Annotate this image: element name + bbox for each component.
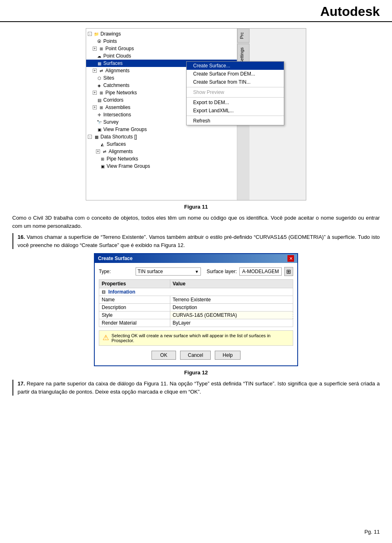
tree-label-points: Points <box>103 38 117 44</box>
surface-layer-section: Surface layer: A-MODELAGEM ⊞ <box>207 267 293 276</box>
dialog-titlebar: Create Surface ✕ <box>95 254 297 263</box>
body-text-1: Como o Civil 3D trabalha com o conceito … <box>12 214 380 230</box>
figure12-caption: Figura 12 <box>12 369 380 376</box>
ok-button[interactable]: OK <box>151 351 176 360</box>
section-minus-icon: ⊟ <box>102 289 105 294</box>
item17-text: 17. Repare na parte superior da caixa de… <box>18 380 380 396</box>
item16-content: Vamos chamar a superfície de “Terreno Ex… <box>18 234 380 248</box>
section-information-label: ⊟ Information <box>99 288 293 296</box>
tree-item-point-groups[interactable]: + ⊞ Point Groups <box>86 45 237 52</box>
tree-label-view-frame-groups: View Frame Groups <box>103 127 147 132</box>
alignments-icon: ⇌ <box>98 67 105 74</box>
expand-assemblies[interactable]: + <box>93 105 97 109</box>
prop-name-label: Name <box>99 296 170 304</box>
item17-container: 17. Repare na parte superior da caixa de… <box>12 380 380 396</box>
expand-ds-alignments[interactable]: + <box>96 149 100 154</box>
intersections-icon: ✛ <box>96 111 102 118</box>
item16-container: 16. Vamos chamar a superfície de “Terren… <box>12 233 380 249</box>
prop-render-label: Render Material <box>99 319 170 327</box>
layer-button[interactable]: ⊞ <box>284 267 293 276</box>
menu-export-dem[interactable]: Export to DEM... <box>187 98 284 107</box>
sites-icon: ⬡ <box>96 75 102 81</box>
page-header: Autodesk <box>0 0 392 22</box>
expand-data-shortcuts[interactable]: - <box>88 135 92 139</box>
figure12-container: Create Surface ✕ Type: TIN surface ▼ Sur… <box>12 253 380 366</box>
prop-render-value[interactable]: ByLayer <box>170 319 293 327</box>
tree-label-assemblies: Assemblies <box>105 105 130 110</box>
dialog-title: Create Surface <box>98 256 133 261</box>
menu-create-surface-tin[interactable]: Create Surface from TIN... <box>187 78 284 86</box>
row-description: Description Description <box>99 304 293 312</box>
tree-item-ds-alignments[interactable]: + ⇌ Alignments <box>86 148 237 155</box>
tree-item-view-frame-groups[interactable]: ▣ View Frame Groups <box>86 126 237 133</box>
catchments-icon: ◈ <box>96 82 102 89</box>
tree-label-ds-view-frame-groups: View Frame Groups <box>107 163 150 169</box>
tree-label-intersections: Intersections <box>103 112 131 118</box>
dialog-body: Type: TIN surface ▼ Surface layer: A-MOD… <box>95 263 297 365</box>
tree-item-ds-pipe-networks[interactable]: ⊞ Pipe Networks <box>86 155 237 162</box>
properties-table: Properties Value ⊟ Information Name <box>99 279 293 327</box>
tree-label-catchments: Catchments <box>103 82 129 88</box>
expand-alignments[interactable]: + <box>93 69 97 73</box>
menu-create-surface-dem[interactable]: Create Surface From DEM... <box>187 70 284 78</box>
row-style: Style CURVAS-1&5 (GEOMETRIA) <box>99 312 293 319</box>
tree-label-drawings: Drawings <box>100 31 121 37</box>
tree-item-ds-view-frame-groups[interactable]: ▣ View Frame Groups <box>86 162 237 170</box>
cancel-button[interactable]: Cancel <box>180 351 211 360</box>
tree-item-point-clouds[interactable]: ☁ Point Clouds <box>86 52 237 60</box>
pipe-networks-icon: ⊞ <box>98 89 105 96</box>
menu-refresh[interactable]: Refresh <box>187 117 284 125</box>
tab-prc[interactable]: Prc <box>237 29 249 43</box>
expand-point-groups[interactable]: + <box>93 47 97 51</box>
type-select[interactable]: TIN surface ▼ <box>136 267 201 276</box>
create-surface-dialog: Create Surface ✕ Type: TIN surface ▼ Sur… <box>94 253 298 366</box>
tree-label-corridors: Corridors <box>103 97 123 103</box>
dialog-buttons: OK Cancel Help <box>99 349 293 361</box>
menu-separator-1 <box>187 87 284 87</box>
menu-separator-2 <box>187 97 284 98</box>
tree-label-surfaces: Surfaces <box>103 60 122 66</box>
dialog-close-button[interactable]: ✕ <box>287 255 294 262</box>
assemblies-icon: ⊞ <box>98 104 105 111</box>
tree-label-point-clouds: Point Clouds <box>103 53 131 59</box>
prop-name-value[interactable]: Terreno Existente <box>170 296 293 304</box>
tree-label-ds-alignments: Alignments <box>109 149 133 154</box>
type-label: Type: <box>99 269 131 274</box>
tree-label-sites: Sites <box>103 75 114 81</box>
tree-label-survey: Survey <box>103 119 118 125</box>
section-information-row: ⊟ Information <box>99 288 293 296</box>
tree-item-points[interactable]: ⦿ Points <box>86 38 237 45</box>
properties-header: Properties <box>99 280 170 288</box>
menu-create-surface[interactable]: Create Surface... <box>187 62 284 70</box>
item16-text: 16. Vamos chamar a superfície de “Terren… <box>18 233 380 249</box>
tree-label-data-shortcuts: Data Shortcuts [] <box>100 134 137 140</box>
warning-icon: ⚠ <box>102 333 109 342</box>
expand-drawings[interactable]: - <box>88 32 92 36</box>
ds-pipe-networks-icon: ⊞ <box>99 156 106 162</box>
page-number: Pg. 11 <box>364 529 380 535</box>
survey-icon: 🔭 <box>96 119 102 125</box>
figure11-caption: Figura 11 <box>12 204 380 210</box>
type-row: Type: TIN surface ▼ Surface layer: A-MOD… <box>99 267 293 276</box>
points-icon: ⦿ <box>96 38 102 45</box>
menu-export-landxml[interactable]: Export LandXML... <box>187 107 284 115</box>
surface-layer-label: Surface layer: <box>207 269 237 274</box>
value-header: Value <box>170 280 293 288</box>
prop-style-label: Style <box>99 312 170 319</box>
item17-content: Repare na parte superior da caixa de diá… <box>18 381 380 395</box>
tree-label-pipe-networks: Pipe Networks <box>105 90 137 96</box>
menu-show-preview[interactable]: Show Preview <box>187 88 284 96</box>
point-clouds-icon: ☁ <box>96 53 102 59</box>
autodesk-logo: Autodesk <box>320 4 380 19</box>
ds-view-frame-groups-icon: ▣ <box>99 163 106 169</box>
surface-layer-value: A-MODELAGEM <box>239 267 282 276</box>
tree-item-data-shortcuts[interactable]: - ▦ Data Shortcuts [] <box>86 133 237 140</box>
expand-pipe-networks[interactable]: + <box>93 91 97 95</box>
prop-description-value[interactable]: Description <box>170 304 293 312</box>
warning-text: Selecting OK will create a new surface w… <box>111 333 290 343</box>
help-button[interactable]: Help <box>215 351 241 360</box>
prop-style-value[interactable]: CURVAS-1&5 (GEOMETRIA) <box>170 312 293 319</box>
tree-item-ds-surfaces[interactable]: ◭ Surfaces <box>86 140 237 148</box>
context-menu: Create Surface... Create Surface From DE… <box>186 61 284 125</box>
tree-item-drawings[interactable]: - 📁 Drawings <box>86 30 237 38</box>
